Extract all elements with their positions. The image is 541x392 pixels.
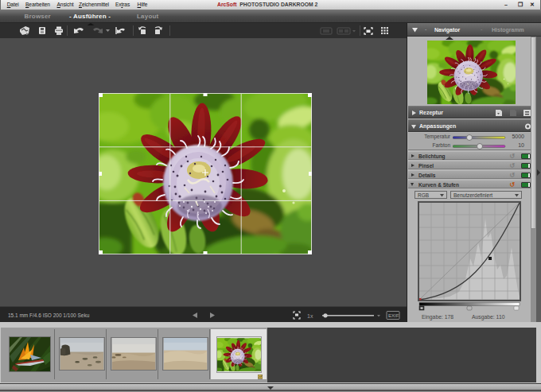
svg-text:Ausgabe: 110: Ausgabe: 110	[472, 314, 505, 320]
svg-text:Eingabe: 178: Eingabe: 178	[422, 314, 453, 320]
svg-text:1x: 1x	[307, 313, 313, 319]
svg-text:EXIF: EXIF	[388, 313, 399, 318]
